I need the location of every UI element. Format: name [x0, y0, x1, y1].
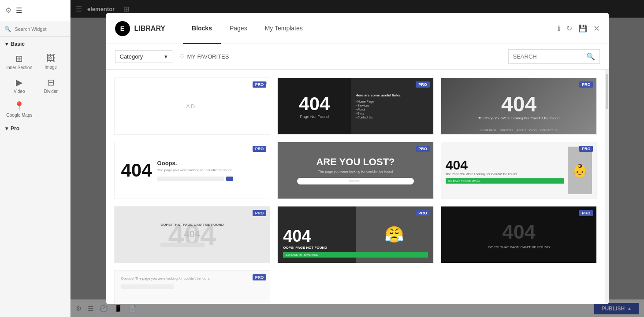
- divider-icon: ⊟: [47, 77, 55, 88]
- section-arrow: ▾: [5, 41, 8, 47]
- 404-number: 404: [299, 93, 330, 114]
- pro-badge: PRO: [579, 146, 593, 152]
- search-box: 🔍: [508, 49, 600, 64]
- info-icon[interactable]: ℹ: [558, 24, 560, 33]
- template-card-404-dark-bottom[interactable]: 404 OOPS! THAT PAGE CAN'T BE FOUND PRO: [441, 206, 597, 263]
- pro-badge: PRO: [416, 146, 430, 152]
- close-icon[interactable]: ✕: [593, 24, 600, 33]
- save-icon[interactable]: 💾: [578, 24, 587, 33]
- baby-photo: 👶: [568, 147, 592, 194]
- 404-number: 404: [501, 92, 536, 116]
- template-card-404-white-text[interactable]: Oooops! The page you were looking for co…: [114, 270, 271, 304]
- pro-badge: PRO: [253, 210, 267, 216]
- search-widget-area: 🔍: [0, 21, 70, 37]
- inner-section-widget[interactable]: ⊞ Inner Section: [4, 50, 35, 74]
- template-card-404-ooops[interactable]: 404 Ooops. The page you were looking for…: [114, 142, 271, 199]
- elements-icon[interactable]: ☰: [16, 6, 22, 15]
- template-card-lost[interactable]: ARE YOU LOST? The page you were looking …: [277, 142, 434, 199]
- search-icon: 🔍: [586, 52, 595, 61]
- modal-header: E LIBRARY Blocks Pages My Templates: [106, 13, 609, 44]
- modal-content: AD. ••• PRO 404 Page Not Found: [106, 70, 609, 304]
- basic-section-title: ▾ Basic: [0, 37, 70, 50]
- maps-icon: 📍: [14, 101, 25, 111]
- pro-badge: PRO: [579, 210, 593, 216]
- favorites-button[interactable]: ♡ MY FAVORITES: [179, 53, 229, 60]
- heart-icon: ♡: [179, 53, 185, 60]
- category-arrow-icon: ▾: [164, 53, 168, 60]
- pro-badge: PRO: [253, 146, 267, 152]
- are-you-lost-heading: ARE YOU LOST?: [316, 156, 395, 168]
- pro-badge: PRO: [579, 81, 593, 88]
- scrollbar-thumb: [606, 74, 608, 109]
- library-modal: E LIBRARY Blocks Pages My Templates: [106, 13, 609, 304]
- go-back-btn: GO BACK TO HOMEPAGE: [283, 252, 428, 258]
- search-widget-input[interactable]: [15, 26, 63, 32]
- sidebar-header: ⚙ ☰: [0, 0, 70, 21]
- modal-header-icons: ℹ ↻ 💾 ✕: [558, 24, 600, 33]
- modal-logo: E: [115, 21, 130, 36]
- search-input[interactable]: [513, 53, 584, 60]
- pro-arrow: ▾: [5, 125, 8, 132]
- image-widget[interactable]: 🖼 Image: [35, 50, 67, 74]
- template-card-404-man[interactable]: 404 OOPS! PAGE NOT FOUND GO BACK TO HOME…: [277, 206, 434, 263]
- 404-number-bg: 404: [503, 221, 536, 243]
- refresh-icon[interactable]: ↻: [566, 24, 572, 33]
- 404-number: 404: [121, 160, 152, 181]
- oops-title: OOPS! THAT PAGE CAN'T BE FOUND: [160, 223, 223, 227]
- main-canvas: ☰ elementor ⊞ ⚙ ☰ 🕐 📱 📄 PUBLISH ▲: [71, 0, 644, 317]
- pro-section-title: ▾ Pro: [0, 121, 70, 136]
- modal-scrollbar[interactable]: [605, 70, 609, 304]
- video-icon: ▶: [16, 77, 22, 88]
- tab-my-templates[interactable]: My Templates: [256, 13, 312, 44]
- modal-title: LIBRARY: [134, 25, 166, 33]
- template-card-404-baby[interactable]: 404 The Page You Were Looking For Couldn…: [441, 142, 597, 199]
- template-card-404-gray[interactable]: 404 OOPS! THAT PAGE CAN'T BE FOUND 404 P…: [114, 206, 271, 263]
- tab-pages[interactable]: Pages: [221, 13, 256, 44]
- left-sidebar: ⚙ ☰ 🔍 ▾ Basic ⊞ Inner Section 🖼 Image ▶: [0, 0, 71, 317]
- basic-widgets-grid: ⊞ Inner Section 🖼 Image ▶ Video ⊟ Divide…: [0, 50, 70, 121]
- modal-tabs: Blocks Pages My Templates: [183, 13, 557, 44]
- video-widget[interactable]: ▶ Video: [4, 74, 35, 97]
- go-back-btn: GO BACK TO HOMEPAGE: [446, 178, 565, 184]
- dark-label: OOPS! THAT PAGE CAN'T BE FOUND: [488, 245, 550, 249]
- category-dropdown[interactable]: Category ▾: [115, 50, 172, 63]
- pro-badge: PRO: [253, 274, 267, 280]
- 404-number: 404: [283, 227, 428, 246]
- search-bar: Search...: [297, 178, 414, 184]
- template-card-ad[interactable]: AD. ••• PRO: [114, 77, 271, 135]
- image-icon: 🖼: [46, 53, 55, 63]
- not-found-text: The Page You Were Looking For Couldn't B…: [474, 116, 564, 120]
- divider-widget[interactable]: ⊟ Divider: [35, 74, 67, 97]
- pro-badge: PRO: [253, 81, 267, 88]
- ooops-heading: Ooops.: [157, 160, 234, 166]
- templates-grid: AD. ••• PRO 404 Page Not Found: [106, 70, 605, 304]
- settings-icon[interactable]: ⚙: [5, 6, 11, 15]
- template-card-404-photo[interactable]: 404 The Page You Were Looking For Couldn…: [441, 77, 597, 135]
- inner-section-icon: ⊞: [15, 53, 23, 64]
- modal-overlay: E LIBRARY Blocks Pages My Templates: [71, 0, 644, 317]
- pro-badge: PRO: [416, 81, 430, 88]
- template-card-404-black[interactable]: 404 Page Not Found Here are some useful …: [277, 77, 434, 135]
- page-not-found: Page Not Found: [300, 114, 329, 119]
- oops-not-found: OOPS! PAGE NOT FOUND: [283, 246, 428, 250]
- google-maps-widget[interactable]: 📍 Google Maps: [4, 97, 35, 121]
- tab-blocks[interactable]: Blocks: [183, 13, 221, 44]
- 404-number: 404: [446, 158, 565, 173]
- modal-toolbar: Category ▾ ♡ MY FAVORITES 🔍: [106, 44, 609, 70]
- ad-text: AD.: [186, 103, 198, 110]
